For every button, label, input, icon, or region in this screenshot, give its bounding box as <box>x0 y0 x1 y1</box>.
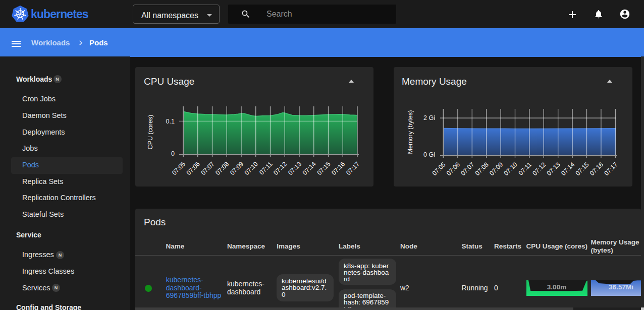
svg-text:07:10: 07:10 <box>243 160 259 176</box>
svg-text:07:05: 07:05 <box>431 161 447 177</box>
svg-text:07:08: 07:08 <box>214 160 230 176</box>
svg-text:0 Gi: 0 Gi <box>423 151 435 158</box>
svg-text:07:17: 07:17 <box>345 160 361 176</box>
svg-text:07:15: 07:15 <box>574 161 591 177</box>
svg-text:07:05: 07:05 <box>171 160 187 176</box>
svg-text:07:10: 07:10 <box>503 161 519 177</box>
svg-text:Memory (bytes): Memory (bytes) <box>407 110 414 154</box>
svg-text:0.1: 0.1 <box>166 118 175 125</box>
svg-text:07:07: 07:07 <box>459 161 475 177</box>
svg-text:CPU (cores): CPU (cores) <box>147 115 154 150</box>
svg-text:07:08: 07:08 <box>474 161 490 177</box>
svg-text:07:12: 07:12 <box>272 160 288 176</box>
svg-text:07:13: 07:13 <box>287 160 303 176</box>
svg-text:07:07: 07:07 <box>200 160 216 176</box>
svg-text:07:16: 07:16 <box>588 161 605 177</box>
svg-text:07:12: 07:12 <box>531 161 547 177</box>
svg-text:07:15: 07:15 <box>316 160 332 176</box>
svg-text:07:13: 07:13 <box>546 161 562 177</box>
svg-text:07:11: 07:11 <box>517 161 533 176</box>
svg-text:07:09: 07:09 <box>488 161 504 177</box>
svg-text:07:06: 07:06 <box>445 161 461 177</box>
svg-text:07:14: 07:14 <box>301 160 317 176</box>
svg-text:07:09: 07:09 <box>229 160 245 176</box>
svg-text:2 Gi: 2 Gi <box>423 114 435 121</box>
svg-text:07:06: 07:06 <box>185 160 201 176</box>
svg-text:07:16: 07:16 <box>330 160 346 176</box>
svg-text:07:14: 07:14 <box>560 161 576 177</box>
svg-text:0: 0 <box>171 150 175 157</box>
svg-text:07:11: 07:11 <box>258 160 274 176</box>
svg-text:07:17: 07:17 <box>603 161 619 177</box>
